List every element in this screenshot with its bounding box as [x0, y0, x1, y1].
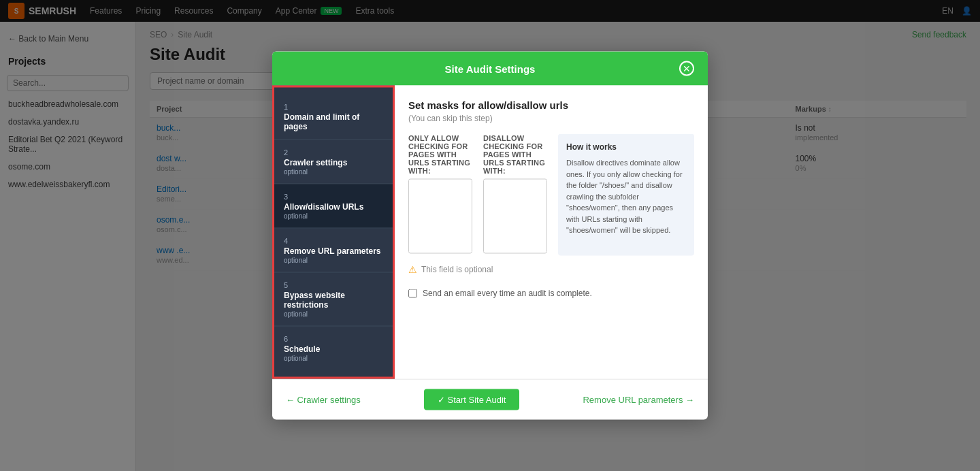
- disallow-url-col: Disallow checking for pages with URLs st…: [483, 134, 547, 256]
- allow-url-textarea[interactable]: [408, 179, 472, 254]
- start-audit-button[interactable]: ✓ Start Site Audit: [424, 389, 520, 410]
- modal-close-button[interactable]: ✕: [679, 61, 694, 76]
- disallow-url-textarea[interactable]: [483, 179, 547, 254]
- next-label: Remove URL parameters →: [583, 395, 694, 405]
- step-label-5: Bypass website restrictions: [284, 291, 383, 310]
- step-sublabel-4: optional: [284, 257, 383, 264]
- step-number-6: 6: [284, 335, 383, 343]
- step-item-6[interactable]: 6 Schedule optional: [274, 327, 393, 370]
- step-item-3[interactable]: 3 Allow/disallow URLs optional: [274, 184, 393, 229]
- modal-content-area: Set masks for allow/disallow urls (You c…: [395, 86, 708, 379]
- step-label-6: Schedule: [284, 344, 383, 354]
- step-item-5[interactable]: 5 Bypass website restrictions optional: [274, 273, 393, 327]
- site-audit-settings-modal: Site Audit Settings ✕ 1 Domain and limit…: [272, 52, 708, 420]
- warning-icon: ⚠: [408, 264, 417, 275]
- step-number-2: 2: [284, 148, 383, 157]
- modal-section-title: Set masks for allow/disallow urls: [408, 99, 694, 111]
- step-sublabel-6: optional: [284, 355, 383, 362]
- allow-url-col: Only allow checking for pages with URLs …: [408, 134, 472, 256]
- optional-notice: ⚠ This field is optional: [408, 264, 694, 275]
- start-audit-label: ✓ Start Site Audit: [438, 395, 506, 405]
- step-item-4[interactable]: 4 Remove URL parameters optional: [274, 229, 393, 273]
- step-label-2: Crawler settings: [284, 158, 383, 167]
- email-label: Send an email every time an audit is com…: [423, 289, 592, 298]
- next-button[interactable]: Remove URL parameters →: [583, 395, 694, 405]
- step-label-1: Domain and limit of pages: [284, 112, 383, 131]
- step-sublabel-3: optional: [284, 212, 383, 220]
- disallow-url-label: Disallow checking for pages with URLs st…: [483, 134, 547, 175]
- modal-header: Site Audit Settings ✕: [272, 52, 708, 86]
- step-label-3: Allow/disallow URLs: [284, 202, 383, 212]
- how-it-works-title: How it works: [566, 142, 686, 152]
- email-checkbox[interactable]: [408, 289, 417, 297]
- step-number-4: 4: [284, 237, 383, 245]
- how-it-works-text: Disallow directives dominate allow ones.…: [566, 157, 686, 236]
- allow-url-label: Only allow checking for pages with URLs …: [408, 134, 472, 175]
- step-label-4: Remove URL parameters: [284, 246, 383, 256]
- modal-title: Site Audit Settings: [301, 63, 679, 74]
- back-button[interactable]: ← Crawler settings: [286, 395, 361, 405]
- how-it-works-box: How it works Disallow directives dominat…: [558, 134, 694, 256]
- step-item-1[interactable]: 1 Domain and limit of pages: [274, 95, 393, 140]
- optional-notice-text: This field is optional: [421, 265, 493, 274]
- back-label: ← Crawler settings: [286, 395, 361, 405]
- modal-footer: ← Crawler settings ✓ Start Site Audit Re…: [272, 379, 708, 420]
- step-number-3: 3: [284, 193, 383, 201]
- step-number-1: 1: [284, 103, 383, 111]
- step-number-5: 5: [284, 281, 383, 289]
- steps-panel: 1 Domain and limit of pages 2 Crawler se…: [272, 86, 395, 379]
- modal-section-subtitle: (You can skip this step): [408, 114, 694, 123]
- email-checkbox-row: Send an email every time an audit is com…: [408, 289, 694, 298]
- url-columns: Only allow checking for pages with URLs …: [408, 134, 694, 256]
- modal-body: 1 Domain and limit of pages 2 Crawler se…: [272, 86, 708, 379]
- step-sublabel-2: optional: [284, 168, 383, 176]
- step-sublabel-5: optional: [284, 310, 383, 318]
- step-item-2[interactable]: 2 Crawler settings optional: [274, 140, 393, 184]
